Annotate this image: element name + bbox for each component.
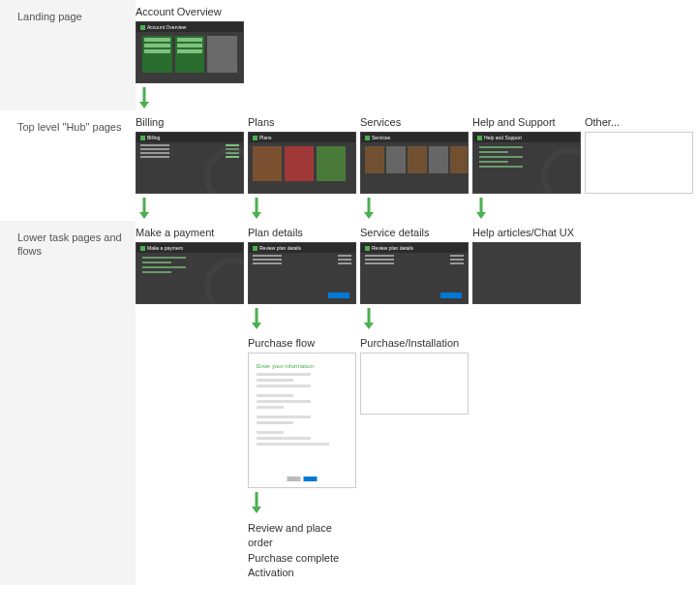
cell-payment: Make a payment Make a payment [136,221,248,331]
arrow-down-icon [137,87,151,108]
row-label-landing: Landing page [0,0,136,110]
row-label-task: Lower task pages and flows [0,221,136,585]
svg-marker-1 [139,102,149,108]
cell-plan-details: Plan details Review plan details [248,221,360,331]
svg-marker-3 [139,212,149,219]
arrow-down-icon [362,198,376,219]
cell-account-overview: Account Overview Account Overview [136,0,248,110]
cell-billing: Billing Billing [136,110,248,221]
title-account-overview: Account Overview [136,6,244,17]
title-help: Help and Support [472,116,581,128]
thumb-plan-details: Review plan details [248,242,356,304]
cell-help: Help and Support Help and Support [472,110,585,221]
cell-help-articles: Help articles/Chat UX [472,221,585,331]
arrow-down-icon [250,198,263,219]
thumb-services: Services [360,132,469,194]
title-plans: Plans [248,116,356,128]
arrow-down-icon [250,308,263,329]
title-billing: Billing [136,116,244,128]
arrow-down-icon [362,308,376,329]
svg-marker-13 [364,323,374,329]
thumb-other [585,132,693,194]
cell-purchase-install: Purchase/Installation [360,331,472,515]
svg-marker-5 [252,212,261,219]
title-help-articles: Help articles/Chat UX [472,227,581,238]
title-plan-details: Plan details [248,227,356,238]
arrow-down-icon [474,198,488,219]
thumb-help-articles [472,242,581,304]
arrow-down-icon [250,492,263,513]
row-label-hub: Top level "Hub" pages [0,110,136,221]
thumb-help: Help and Support [472,132,581,194]
svg-marker-7 [364,212,374,219]
thumb-account-overview: Account Overview [136,21,244,83]
thumb-service-details: Review plan details [360,242,469,304]
cell-other: Other... [585,110,697,221]
cell-plans: Plans Plans [248,110,360,221]
title-terminal-steps: Review and place order Purchase complete… [248,521,356,581]
thumb-purchase-install [360,353,469,415]
thumb-purchase-flow: Enter your information [248,353,356,488]
svg-marker-15 [252,507,261,513]
thumb-billing: Billing [136,132,244,194]
title-purchase-install: Purchase/Installation [360,337,469,349]
title-other: Other... [585,116,693,128]
title-payment: Make a payment [136,227,244,238]
cell-services: Services Services [360,110,472,221]
sitemap-diagram: Landing page Account Overview Account Ov… [0,0,697,585]
title-services: Services [360,116,469,128]
svg-marker-11 [252,323,261,329]
thumb-payment: Make a payment [136,242,244,304]
cell-purchase-flow: Purchase flow Enter your information [248,331,360,515]
cell-terminal-steps: Review and place order Purchase complete… [248,515,360,585]
thumb-plans: Plans [248,132,356,194]
arrow-down-icon [137,198,151,219]
svg-marker-9 [476,212,486,219]
title-service-details: Service details [360,227,469,238]
title-purchase-flow: Purchase flow [248,337,356,349]
cell-service-details: Service details Review plan details [360,221,472,331]
